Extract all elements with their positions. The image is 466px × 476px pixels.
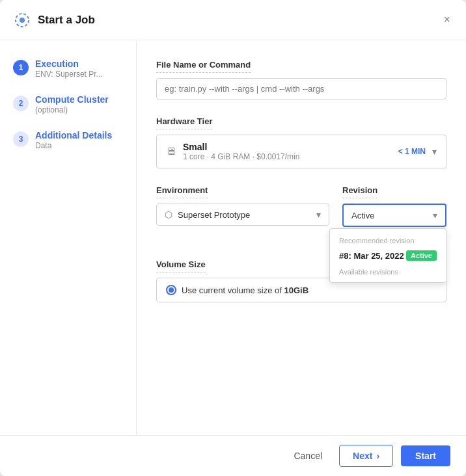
step-3-info: Additional Details Data — [35, 130, 112, 150]
recommended-label: Recommended revision — [330, 234, 446, 246]
sidebar-item-details[interactable]: 3 Additional Details Data — [13, 130, 123, 150]
revision-selected-value: Active — [351, 211, 374, 220]
env-selected-value: Superset Prototype — [178, 210, 250, 220]
close-button[interactable]: × — [441, 10, 453, 29]
radio-dot — [166, 285, 176, 295]
tier-time: < 1 MIN — [398, 147, 426, 156]
revision-section: Revision Active ▾ Recommended revision #… — [342, 184, 446, 227]
volume-radio-label: Use current volume size of 10GiB — [182, 285, 308, 295]
main-content: File Name or Command Hardware Tier 🖥 Sma… — [137, 40, 466, 435]
volume-label: Volume Size — [156, 259, 206, 272]
step-2-label: Compute Cluster — [35, 94, 109, 105]
revision-dropdown: Recommended revision #8: Mar 25, 2022 Ac… — [329, 228, 446, 283]
chevron-down-icon: ▾ — [432, 146, 437, 157]
tier-name: Small — [183, 142, 299, 152]
cube-icon: ⬡ — [165, 209, 172, 220]
revision-chevron-icon: ▾ — [433, 210, 437, 220]
step-2-sub: (optional) — [35, 105, 109, 114]
tier-desc: 1 core · 4 GiB RAM · $0.0017/min — [183, 152, 299, 161]
modal-title: Start a Job — [38, 14, 441, 27]
sidebar: 1 Execution ENV: Superset Pr... 2 Comput… — [0, 40, 137, 435]
env-chevron-icon: ▾ — [316, 209, 321, 220]
modal-body: 1 Execution ENV: Superset Pr... 2 Comput… — [0, 40, 466, 435]
server-icon: 🖥 — [166, 146, 176, 157]
svg-point-1 — [20, 18, 25, 23]
step-3-circle: 3 — [13, 131, 29, 147]
loader-icon — [13, 11, 31, 29]
sidebar-item-execution[interactable]: 1 Execution ENV: Superset Pr... — [13, 59, 123, 79]
step-1-label: Execution — [35, 59, 103, 69]
tier-left: 🖥 Small 1 core · 4 GiB RAM · $0.0017/min — [166, 142, 299, 161]
sidebar-item-compute[interactable]: 2 Compute Cluster (optional) — [13, 94, 123, 114]
step-1-info: Execution ENV: Superset Pr... — [35, 59, 103, 79]
env-label: Environment — [156, 185, 208, 198]
step-3-label: Additional Details — [35, 130, 112, 140]
available-label: Available revisions — [330, 265, 446, 277]
modal-header: Start a Job × — [0, 0, 466, 40]
tier-details: Small 1 core · 4 GiB RAM · $0.0017/min — [183, 142, 299, 161]
next-label: Next — [353, 451, 372, 461]
hardware-tier-box[interactable]: 🖥 Small 1 core · 4 GiB RAM · $0.0017/min… — [156, 135, 446, 168]
active-badge: Active — [406, 250, 437, 261]
env-select-left: ⬡ Superset Prototype — [165, 209, 250, 220]
revision-item-8[interactable]: #8: Mar 25, 2022 Active — [330, 246, 446, 265]
revision-select[interactable]: Active ▾ — [342, 204, 446, 227]
hardware-label: Hardware Tier — [156, 116, 212, 129]
environment-section: Environment ⬡ Superset Prototype ▾ — [156, 184, 329, 226]
cancel-button[interactable]: Cancel — [284, 445, 331, 466]
file-name-label: File Name or Command — [156, 60, 251, 73]
modal-footer: Cancel Next › Start — [0, 435, 466, 476]
file-name-section: File Name or Command — [156, 59, 446, 99]
environment-select[interactable]: ⬡ Superset Prototype ▾ — [156, 204, 329, 226]
revision-item-label: #8: Mar 25, 2022 — [339, 251, 404, 261]
tier-right: < 1 MIN ▾ — [398, 146, 437, 157]
file-name-input[interactable] — [156, 78, 446, 99]
step-2-circle: 2 — [13, 96, 29, 111]
start-job-modal: Start a Job × 1 Execution ENV: Superset … — [0, 0, 466, 476]
step-2-info: Compute Cluster (optional) — [35, 94, 109, 114]
step-1-sub: ENV: Superset Pr... — [35, 70, 103, 79]
next-button[interactable]: Next › — [339, 445, 393, 467]
start-button[interactable]: Start — [401, 445, 450, 466]
env-revision-row: Environment ⬡ Superset Prototype ▾ Revis… — [156, 184, 446, 243]
step-3-sub: Data — [35, 141, 112, 150]
hardware-section: Hardware Tier 🖥 Small 1 core · 4 GiB RAM… — [156, 115, 446, 168]
next-arrow-icon: › — [376, 451, 379, 461]
step-1-circle: 1 — [13, 60, 29, 75]
revision-label: Revision — [342, 185, 377, 198]
